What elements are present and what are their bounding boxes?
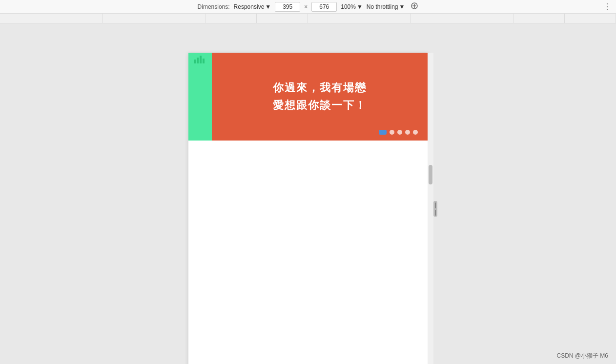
- slider-banner: 你過來，我有場戀 愛想跟你談一下！: [188, 53, 428, 141]
- slider-dot-3[interactable]: [397, 130, 402, 135]
- attribution: CSDN @小猴子 M6: [556, 352, 608, 360]
- zoom-label: 100%: [341, 3, 356, 10]
- device-scrollbar[interactable]: [428, 53, 433, 364]
- zoom-control[interactable]: 100% ▼: [341, 3, 363, 10]
- ruler-segment: [513, 14, 565, 23]
- slider-dot-2[interactable]: [390, 130, 394, 135]
- responsive-label: Responsive: [234, 3, 265, 10]
- handle-line-1: [435, 202, 436, 208]
- slider-dot-1[interactable]: [379, 130, 387, 135]
- height-input[interactable]: [311, 2, 337, 12]
- dimension-cross: ×: [304, 3, 308, 10]
- ruler-segment: [308, 14, 359, 23]
- ruler-segment: [359, 14, 411, 23]
- slider-orange-panel: 你過來，我有場戀 愛想跟你談一下！: [212, 53, 428, 141]
- ruler-segment: [103, 14, 154, 23]
- slider-text-line1: 你過來，我有場戀: [273, 81, 367, 95]
- slider-dot-4[interactable]: [405, 130, 410, 135]
- slider-dot-5[interactable]: [413, 130, 418, 135]
- throttle-control[interactable]: No throttling ▼: [367, 3, 405, 10]
- responsive-select[interactable]: Responsive ▼: [234, 3, 271, 10]
- responsive-dropdown-arrow: ▼: [265, 3, 271, 10]
- slider-icon: [188, 53, 212, 64]
- slider-text-line2: 愛想跟你談一下！: [273, 98, 367, 113]
- main-area: 你過來，我有場戀 愛想跟你談一下！ CSDN @小猴: [0, 23, 616, 364]
- ruler: [0, 14, 616, 23]
- handle-line-2: [435, 210, 436, 216]
- slider-green-panel: [188, 53, 212, 141]
- svg-rect-5: [200, 56, 202, 63]
- ruler-segment: [154, 14, 205, 23]
- svg-rect-3: [194, 60, 196, 63]
- ruler-segment: [411, 14, 462, 23]
- throttle-dropdown-arrow: ▼: [399, 3, 405, 10]
- toolbar: Dimensions: Responsive ▼ × 100% ▼ No thr…: [0, 0, 616, 14]
- zoom-dropdown-arrow: ▼: [357, 3, 363, 10]
- svg-rect-4: [197, 58, 199, 63]
- svg-rect-6: [203, 59, 205, 63]
- ruler-segment: [565, 14, 616, 23]
- more-options-icon[interactable]: ⋮: [603, 2, 611, 11]
- ruler-segment: [51, 14, 103, 23]
- ruler-segment: [462, 14, 513, 23]
- width-input[interactable]: [275, 2, 300, 12]
- rotate-icon[interactable]: [411, 2, 418, 11]
- ruler-segment: [0, 14, 51, 23]
- device-content: [188, 141, 428, 364]
- ruler-segment: [205, 14, 257, 23]
- dimensions-label: Dimensions:: [198, 3, 230, 10]
- ruler-segment: [257, 14, 308, 23]
- device-frame: 你過來，我有場戀 愛想跟你談一下！: [188, 53, 428, 364]
- throttle-label: No throttling: [367, 3, 398, 10]
- slider-dots: [379, 130, 418, 135]
- scrollbar-thumb[interactable]: [429, 165, 432, 184]
- resize-handle[interactable]: [433, 201, 437, 217]
